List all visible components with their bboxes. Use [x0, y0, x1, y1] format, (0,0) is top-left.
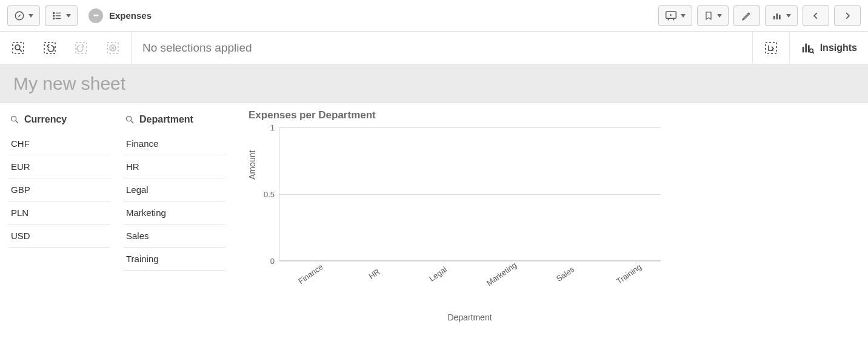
svg-rect-13 — [776, 13, 778, 19]
filter-item[interactable]: Marketing — [124, 201, 225, 225]
filter-item[interactable]: Training — [124, 248, 225, 271]
app-title-text: Expenses — [109, 10, 152, 21]
chevron-down-icon — [681, 14, 686, 18]
smart-search-icon[interactable] — [11, 41, 25, 55]
filter-pane-department[interactable]: DepartmentFinanceHRLegalMarketingSalesTr… — [115, 109, 230, 355]
sheet-content: CurrencyCHFEURGBPPLNUSDDepartmentFinance… — [0, 103, 868, 355]
selection-right-tools: Insights — [752, 32, 868, 64]
selections-tool-icon — [764, 41, 778, 55]
chevron-down-icon — [717, 14, 722, 18]
svg-line-17 — [19, 49, 22, 52]
app-icon: ••• — [88, 8, 103, 23]
filter-item[interactable]: Legal — [124, 178, 225, 201]
sheets-button[interactable] — [765, 5, 798, 26]
presentation-icon — [665, 10, 677, 21]
insights-button[interactable]: Insights — [789, 32, 868, 64]
chevron-left-icon — [812, 11, 820, 21]
chevron-down-icon — [66, 14, 71, 18]
y-tick-label: 0 — [270, 257, 275, 266]
insights-label: Insights — [820, 42, 857, 53]
filter-title: Currency — [24, 114, 67, 125]
svg-point-4 — [53, 15, 55, 16]
svg-point-6 — [53, 18, 55, 19]
chart-xlabel: Department — [279, 313, 661, 322]
chart-pane[interactable]: Expenses per Department Amount 00.51 Fin… — [230, 109, 868, 355]
next-sheet-button[interactable] — [834, 5, 861, 26]
svg-rect-12 — [773, 16, 775, 19]
filter-item[interactable]: EUR — [8, 155, 110, 178]
filter-header[interactable]: Currency — [8, 109, 110, 132]
bookmark-icon — [704, 10, 713, 21]
gridline — [279, 194, 661, 195]
svg-line-33 — [131, 121, 133, 123]
list-icon — [52, 10, 62, 21]
chart-ylabel: Amount — [247, 150, 257, 180]
svg-line-29 — [812, 52, 814, 53]
svg-rect-26 — [805, 43, 807, 52]
gridline — [279, 127, 661, 128]
svg-rect-25 — [802, 47, 804, 52]
edit-button[interactable] — [733, 5, 760, 26]
selection-bar: No selections applied In — [0, 32, 868, 64]
filter-header[interactable]: Department — [124, 109, 225, 132]
chevron-down-icon — [786, 14, 791, 18]
filter-item[interactable]: Sales — [124, 225, 225, 248]
clear-selections-icon — [105, 41, 120, 55]
filter-item[interactable]: CHF — [8, 132, 110, 155]
search-icon — [10, 115, 19, 124]
chart-title: Expenses per Department — [249, 109, 856, 121]
global-nav-button[interactable] — [7, 5, 40, 26]
svg-line-31 — [16, 121, 18, 123]
search-icon — [125, 115, 135, 124]
filter-item[interactable]: Finance — [124, 132, 225, 155]
sheet-title: My new sheet — [13, 73, 125, 94]
svg-marker-1 — [18, 14, 21, 17]
svg-marker-9 — [670, 13, 672, 16]
presentation-button[interactable] — [658, 5, 692, 26]
filter-pane-currency[interactable]: CurrencyCHFEURGBPPLNUSD — [0, 109, 115, 355]
bookmark-button[interactable] — [697, 5, 729, 26]
svg-rect-14 — [779, 15, 781, 19]
filter-item[interactable]: GBP — [8, 178, 110, 201]
svg-point-30 — [12, 117, 16, 121]
insights-icon — [801, 41, 814, 55]
prev-sheet-button[interactable] — [803, 5, 829, 26]
svg-rect-15 — [13, 42, 24, 53]
selection-status: No selections applied — [131, 32, 752, 64]
chevron-down-icon — [28, 14, 33, 18]
app-title: ••• Expenses — [88, 8, 152, 23]
selection-tools — [0, 32, 131, 64]
svg-point-32 — [127, 117, 132, 121]
y-tick-label: 0.5 — [264, 190, 275, 199]
compass-icon — [14, 10, 25, 21]
chevron-right-icon — [843, 11, 852, 21]
selections-tool-button[interactable] — [752, 32, 789, 64]
svg-rect-24 — [766, 42, 776, 53]
filter-item[interactable]: PLN — [8, 201, 110, 225]
filter-title: Department — [139, 114, 193, 125]
svg-point-2 — [53, 12, 55, 13]
chart-plot: Amount 00.51 FinanceHRLegalMarketingSale… — [279, 127, 661, 261]
svg-point-16 — [15, 45, 20, 50]
step-forward-icon — [74, 41, 88, 55]
pencil-icon — [741, 10, 752, 21]
y-tick-label: 1 — [270, 123, 275, 132]
step-back-icon[interactable] — [42, 41, 57, 55]
list-view-button[interactable] — [45, 5, 78, 26]
filter-item[interactable]: USD — [8, 225, 110, 248]
bar-chart-icon — [772, 10, 783, 21]
filter-item[interactable]: HR — [124, 155, 225, 178]
top-toolbar: ••• Expenses — [0, 0, 868, 32]
sheet-title-bar: My new sheet — [0, 64, 868, 103]
